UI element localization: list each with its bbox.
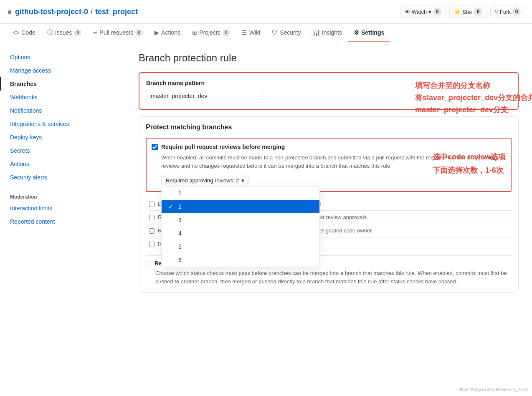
watch-dropdown-icon: ▾ [428,9,431,15]
sidebar-item-manage-access[interactable]: Manage access [0,64,125,77]
actions-icon: ▶ [155,29,159,36]
projects-count: 0 [223,29,230,36]
page-title: Branch protection rule [139,52,519,64]
tab-issues[interactable]: ⓘ Issues 0 [41,24,87,42]
star-count: 0 [474,8,482,16]
tab-settings[interactable]: ⚙ Settings [348,24,390,42]
rule-1-header: Require pull request reviews before merg… [152,144,506,150]
sidebar-item-interaction-limits[interactable]: Interaction limits [0,202,125,215]
reviews-dropdown-wrapper: Required approving reviews: 2 ▾ 1 ✓ 2 [161,175,249,186]
watch-button[interactable]: 👁 Watch ▾ 0 [400,5,446,18]
option-3-label: 3 [178,217,182,223]
header: 🖥 github-test-project-0 / test_project 👁… [0,0,532,24]
sidebar-item-reported-content[interactable]: Reported content [0,215,125,228]
repo-icon: 🖥 [7,8,13,15]
pr-count: 0 [135,29,143,36]
option-5-label: 5 [178,243,182,250]
tab-security[interactable]: 🛡 Security [266,24,307,42]
settings-icon: ⚙ [354,29,359,36]
fork-label: Fork [500,9,511,15]
fork-icon: ⑂ [495,9,498,15]
pr-icon: ⇌ [93,30,97,35]
tab-security-label: Security [280,29,301,36]
tab-wiki[interactable]: ☰ Wiki [236,24,266,42]
sidebar-item-options[interactable]: Options [0,50,125,64]
code-icon: <> [13,29,19,36]
main-content: Branch protection rule Branch name patte… [125,42,532,392]
sidebar-item-integrations[interactable]: Integrations & services [0,117,125,131]
security-icon: 🛡 [272,29,278,36]
sidebar-item-security-alerts[interactable]: Security alerts [0,171,125,184]
sidebar-item-deploy-keys[interactable]: Deploy keys [0,131,125,144]
rule-1-checkbox[interactable] [152,144,158,150]
sidebar: Options Manage access Branches Webhooks … [0,42,125,392]
option-6-label: 6 [178,257,182,263]
rule-1-box: Require pull request reviews before merg… [146,138,512,192]
dropdown-option-2[interactable]: ✓ 2 [162,200,319,213]
star-icon: ⭐ [454,9,461,15]
bottom-rule-checkbox[interactable] [146,261,151,266]
watch-count: 0 [433,8,441,16]
sub-rule-1-checkbox[interactable] [149,202,155,207]
annotation-1-line1: 填写合并至的分支名称 [415,80,532,92]
tab-insights-label: Insights [322,29,342,36]
repo-separator: / [91,8,93,16]
nav-tabs: <> Code ⓘ Issues 0 ⇌ Pull requests 0 ▶ A… [0,24,532,42]
tab-insights[interactable]: 📊 Insights [307,24,348,42]
star-label: Star [462,9,472,15]
dropdown-chevron-icon: ▾ [241,177,244,184]
sidebar-item-notifications[interactable]: Notifications [0,104,125,117]
tab-code[interactable]: <> Code [7,24,41,42]
fork-count: 0 [512,8,521,16]
insights-icon: 📊 [313,29,320,36]
tab-pr-label: Pull requests [99,29,133,36]
moderation-header: Moderation [0,191,125,202]
repo-name-link[interactable]: test_project [95,8,138,16]
tab-actions-label: Actions [161,29,180,36]
tab-projects[interactable]: ⊞ Projects 0 [186,24,236,42]
check-icon-2: ✓ [168,203,175,210]
sidebar-item-branches[interactable]: Branches [0,77,125,91]
dropdown-option-5[interactable]: 5 [162,240,319,253]
wiki-icon: ☰ [242,29,247,36]
sidebar-item-webhooks[interactable]: Webhooks [0,91,125,104]
tab-settings-label: Settings [361,29,384,36]
tab-issues-label: Issues [55,29,72,36]
sub-rule-4-checkbox[interactable] [149,242,155,247]
watch-label: Watch [412,9,427,15]
bottom-rule-desc: Choose which status checks must pass bef… [146,269,512,285]
option-2-label: 2 [178,203,182,210]
repo-owner-link[interactable]: github-test-project-0 [15,8,88,16]
tab-projects-label: Projects [199,29,220,36]
eye-icon: 👁 [405,9,410,15]
fork-button[interactable]: ⑂ Fork 0 [490,5,525,18]
tab-code-label: Code [21,29,35,36]
repo-title: 🖥 github-test-project-0 / test_project [7,8,138,16]
annotation-2-line1: 选中code review选项 [433,150,506,164]
tab-actions[interactable]: ▶ Actions [149,24,186,42]
dropdown-option-1[interactable]: 1 [162,187,319,200]
issues-icon: ⓘ [47,29,53,36]
branch-pattern-section: Branch name pattern 填写合并至的分支名称 将slaver_p… [139,72,519,110]
sub-rule-3-checkbox[interactable] [149,228,155,234]
dropdown-option-6[interactable]: 6 [162,253,319,267]
dropdown-option-3[interactable]: 3 [162,213,319,227]
option-1-label: 1 [178,190,182,197]
issues-count: 0 [74,29,81,36]
sidebar-item-actions[interactable]: Actions [0,157,125,171]
star-button[interactable]: ⭐ Star 0 [449,5,487,18]
projects-icon: ⊞ [192,29,197,36]
dropdown-label: Required approving reviews: 2 [166,177,239,184]
watermark: https://blog.csdn.net/wenxin_4210 [459,387,528,392]
reviews-dropdown-button[interactable]: Required approving reviews: 2 ▾ [161,175,249,186]
annotation-2-line2: 下面选择次数，1-6次 [433,164,506,177]
option-4-label: 4 [178,230,182,237]
protect-section: Protect matching branches Require pull r… [139,116,519,293]
annotation-1-line3: master_projecter_dev分支 [415,104,532,116]
annotation-2: 选中code review选项 下面选择次数，1-6次 [433,150,506,177]
sub-rule-2-checkbox[interactable] [149,215,155,220]
pattern-input[interactable] [146,90,263,102]
tab-pullrequests[interactable]: ⇌ Pull requests 0 [87,24,149,42]
dropdown-option-4[interactable]: 4 [162,227,319,240]
sidebar-item-secrets[interactable]: Secrets [0,144,125,157]
